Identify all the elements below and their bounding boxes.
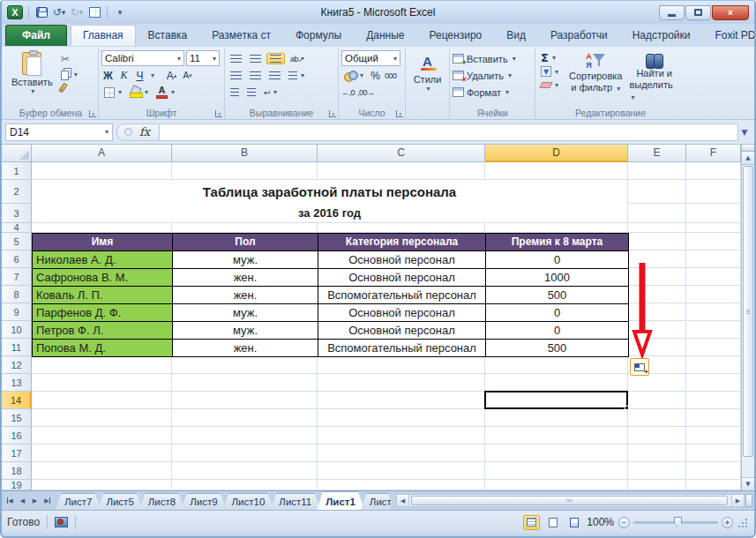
- scroll-track[interactable]: [409, 494, 731, 507]
- row-header-15[interactable]: 15: [2, 409, 32, 427]
- grid-cell[interactable]: [686, 374, 741, 392]
- grid-cell[interactable]: [485, 374, 628, 392]
- increase-decimal-button[interactable]: ←,0: [341, 88, 355, 97]
- grid-cell[interactable]: [172, 409, 318, 427]
- align-right-button[interactable]: [266, 71, 283, 80]
- column-header-C[interactable]: C: [318, 145, 485, 162]
- table-cell[interactable]: Основной персонал: [318, 304, 486, 322]
- row-header-14[interactable]: 14: [2, 392, 32, 409]
- row-header-19[interactable]: 19: [2, 480, 32, 490]
- grid-cell[interactable]: [686, 356, 741, 374]
- grid-cell[interactable]: [686, 204, 741, 223]
- table-cell[interactable]: Основной персонал: [318, 322, 486, 340]
- minimize-button[interactable]: [659, 5, 685, 20]
- table-cell[interactable]: 500: [486, 287, 629, 304]
- table-name-cell[interactable]: Петров Ф. Л.: [33, 322, 173, 340]
- row-header-5[interactable]: 5: [2, 233, 32, 250]
- normal-view-button[interactable]: [523, 515, 540, 530]
- resize-grip[interactable]: [737, 517, 749, 528]
- grid-cell[interactable]: [318, 223, 485, 233]
- table-cell[interactable]: муж.: [173, 322, 318, 340]
- grid-cell[interactable]: [686, 268, 741, 286]
- grid-cell[interactable]: [172, 374, 318, 392]
- ribbon-tab-developer[interactable]: Разработчи: [538, 25, 620, 46]
- grid-cell[interactable]: [485, 162, 628, 180]
- grid-cell[interactable]: [318, 480, 485, 490]
- row-header-9[interactable]: 9: [2, 303, 32, 321]
- fill-color-button[interactable]: ▾: [127, 86, 151, 99]
- align-left-button[interactable]: [228, 71, 244, 80]
- orientation-button[interactable]: ab↗: [288, 54, 307, 64]
- grid-cell[interactable]: [628, 233, 686, 250]
- zoom-track[interactable]: [633, 521, 718, 524]
- percent-button[interactable]: %: [369, 68, 382, 83]
- maximize-button[interactable]: [685, 5, 711, 20]
- grid-cell[interactable]: [32, 445, 172, 462]
- clear-button[interactable]: ▾: [538, 80, 565, 90]
- column-header-A[interactable]: A: [32, 145, 172, 162]
- grid-cell[interactable]: [172, 462, 318, 480]
- italic-button[interactable]: К: [117, 68, 131, 83]
- grid-cell[interactable]: [32, 374, 172, 392]
- column-header-E[interactable]: E: [628, 145, 686, 162]
- ribbon-tab-data[interactable]: Данные: [354, 25, 416, 46]
- grid-cell[interactable]: [628, 392, 686, 409]
- scroll-down-icon[interactable]: ▼: [742, 477, 754, 490]
- grid-cell[interactable]: [318, 356, 485, 374]
- grid-cell[interactable]: [628, 480, 686, 490]
- grid-cell[interactable]: [686, 162, 741, 180]
- align-bottom-button[interactable]: [266, 53, 285, 64]
- grid-cell[interactable]: [32, 427, 172, 445]
- increase-indent-button[interactable]: [244, 87, 258, 97]
- wrap-text-button[interactable]: ↩▾: [261, 87, 280, 98]
- sort-filter-button[interactable]: АЯ Сортировка и фильтр ▾: [565, 50, 625, 104]
- zoom-level[interactable]: 100%: [587, 516, 614, 528]
- ribbon-tab-home[interactable]: Главная: [71, 25, 136, 46]
- insert-options-button[interactable]: [630, 358, 649, 376]
- grid-cell[interactable]: [32, 462, 172, 480]
- grid-cell[interactable]: [32, 392, 172, 409]
- grid-cell[interactable]: [686, 339, 741, 356]
- save-button[interactable]: [34, 5, 49, 20]
- scroll-thumb[interactable]: [411, 496, 728, 505]
- grid-cell[interactable]: [686, 321, 741, 339]
- excel-app-icon[interactable]: X: [7, 5, 23, 19]
- grid-cell[interactable]: [686, 286, 741, 303]
- vertical-scrollbar[interactable]: ▲ ▼: [741, 145, 754, 490]
- table-name-cell[interactable]: Николаев А. Д.: [33, 251, 173, 269]
- find-select-button[interactable]: Найти и выделить ▾: [625, 50, 683, 104]
- page-break-view-button[interactable]: [565, 515, 582, 530]
- grid-cell[interactable]: [172, 480, 318, 490]
- cut-button[interactable]: ✂: [58, 52, 80, 66]
- sheet-tab-5[interactable]: Лист10: [223, 493, 274, 510]
- ribbon-tab-insert[interactable]: Вставка: [136, 25, 200, 46]
- dialog-launcher-icon[interactable]: [329, 110, 336, 117]
- zoom-in-button[interactable]: +: [722, 517, 733, 528]
- grid-cell[interactable]: [172, 162, 318, 180]
- grid-cell[interactable]: [318, 392, 485, 409]
- align-center-button[interactable]: [247, 71, 264, 80]
- dialog-launcher-icon[interactable]: [396, 110, 403, 117]
- ribbon-tab-foxit-pdf[interactable]: Foxit PDF: [703, 25, 756, 46]
- scroll-right-icon[interactable]: ▶: [731, 494, 745, 507]
- grid-cell[interactable]: [318, 427, 485, 445]
- grid-cell[interactable]: [686, 462, 741, 480]
- grid-cell[interactable]: [686, 223, 741, 233]
- grid-cell[interactable]: [628, 445, 686, 462]
- shrink-font-button[interactable]: А▾: [181, 68, 194, 83]
- grid-cell[interactable]: [32, 356, 172, 374]
- font-family-select[interactable]: Calibri▾: [101, 50, 184, 66]
- expand-formula-bar-icon[interactable]: ▼: [738, 128, 751, 137]
- copy-button[interactable]: ▾: [58, 67, 80, 81]
- table-cell[interactable]: муж.: [173, 251, 318, 269]
- grid-cell[interactable]: [686, 250, 741, 268]
- table-cell[interactable]: 0: [486, 322, 629, 340]
- delete-cells-button[interactable]: ×Удалить▾: [453, 67, 532, 84]
- table-cell[interactable]: Основной персонал: [318, 269, 486, 287]
- comma-style-button[interactable]: 000: [385, 71, 397, 80]
- sheet-tab-8[interactable]: Лист: [361, 493, 391, 510]
- ribbon-tab-page-layout[interactable]: Разметка ст: [199, 25, 283, 46]
- grid-cell[interactable]: [686, 409, 741, 427]
- table-cell[interactable]: 1000: [486, 269, 629, 287]
- ribbon-tab-file[interactable]: Файл: [5, 25, 67, 46]
